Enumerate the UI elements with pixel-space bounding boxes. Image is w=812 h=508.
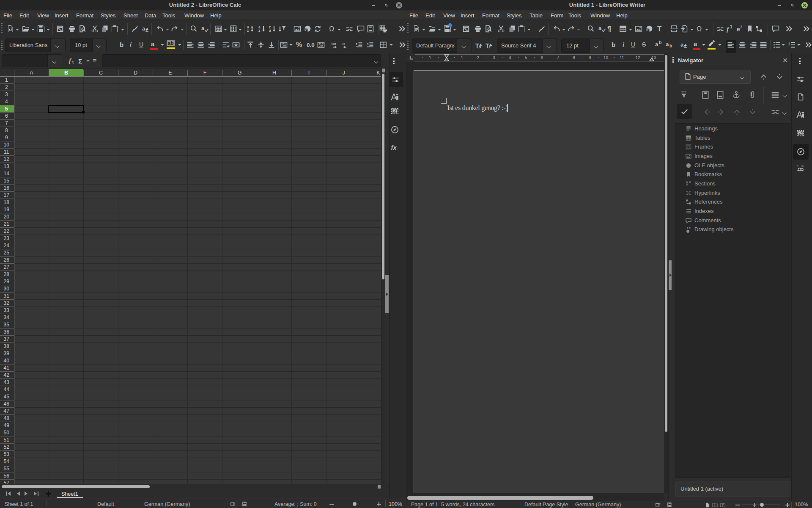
svg-text:2: 2: [788, 43, 790, 47]
